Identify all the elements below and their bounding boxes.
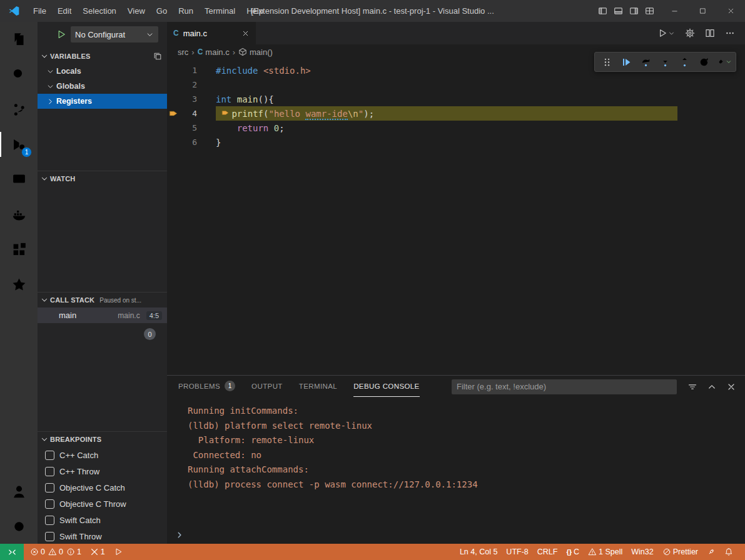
code-line-3[interactable]: 3int main(){ — [167, 92, 745, 106]
status-problems[interactable]: 001 — [26, 544, 86, 560]
breakpoint-checkbox[interactable] — [45, 483, 54, 492]
breakpoint-checkbox[interactable] — [45, 532, 54, 541]
activity-run-and-debug[interactable]: 1 — [0, 127, 38, 162]
drag-handle-button[interactable] — [598, 54, 616, 70]
status-language-mode[interactable]: {}C — [562, 544, 584, 560]
breakpoint-checkbox[interactable] — [45, 451, 54, 460]
activity-search[interactable] — [0, 57, 38, 92]
step-into-button[interactable] — [656, 54, 674, 70]
breakpoint-swift-catch[interactable]: Swift Catch — [38, 512, 167, 528]
layout-grid-button[interactable] — [645, 6, 654, 16]
activity-source-control[interactable] — [0, 92, 38, 127]
status-prettier[interactable]: Prettier — [658, 544, 702, 560]
debug-start-icon[interactable] — [56, 29, 66, 39]
variables-item-locals[interactable]: Locals — [38, 64, 167, 79]
variables-item-globals[interactable]: Globals — [38, 79, 167, 94]
breakpoint-c-catch[interactable]: C++ Catch — [38, 447, 167, 463]
line-gutter[interactable]: 3 — [167, 94, 197, 104]
status-tasks[interactable]: 1 — [86, 544, 109, 560]
breakpoints-header[interactable]: BREAKPOINTS — [38, 432, 167, 447]
split-editor-button[interactable] — [705, 28, 715, 38]
watch-header[interactable]: WATCH — [38, 171, 167, 186]
code-line-5[interactable]: 5 return 0; — [167, 121, 745, 135]
code-line-4[interactable]: 4 printf("hello wamr-ide\n"); — [167, 106, 745, 121]
window-title: [Extension Development Host] main.c - te… — [251, 0, 494, 22]
activity-extensions[interactable] — [0, 232, 38, 267]
status-spell[interactable]: 1 Spell — [584, 544, 627, 560]
status-platform[interactable]: Win32 — [627, 544, 657, 560]
code-area[interactable]: 1#include <stdio.h>23int main(){4 printf… — [167, 59, 745, 149]
breakpoint-checkbox[interactable] — [45, 467, 54, 476]
configure-button[interactable] — [685, 28, 695, 38]
restart-button[interactable] — [695, 54, 713, 70]
status-debug-start[interactable] — [109, 544, 127, 560]
menu-terminal[interactable]: Terminal — [199, 0, 241, 22]
close-panel-icon[interactable] — [726, 382, 736, 392]
panel-tab-debug-console[interactable]: DEBUG CONSOLE — [353, 376, 420, 397]
step-over-button[interactable] — [637, 54, 655, 70]
menu-view[interactable]: View — [122, 0, 151, 22]
tab-main-c[interactable]: C main.c — [167, 22, 256, 44]
status-eol[interactable]: CRLF — [533, 544, 562, 560]
breakpoint-label: C++ Throw — [59, 467, 99, 476]
layout-sidebar-left-button[interactable] — [598, 6, 607, 16]
call-stack-frame[interactable]: main main.c 4:5 — [38, 308, 167, 323]
layout-sidebar-right-button[interactable] — [629, 6, 639, 16]
variables-item-registers[interactable]: Registers — [38, 94, 167, 109]
code-line-2[interactable]: 2 — [167, 78, 745, 92]
activity-wamr-star[interactable] — [0, 267, 38, 302]
activity-accounts[interactable] — [0, 474, 38, 509]
activity-settings[interactable] — [0, 509, 38, 544]
activity-remote-explorer[interactable] — [0, 162, 38, 197]
activity-explorer[interactable] — [0, 22, 38, 57]
menu-edit[interactable]: Edit — [52, 0, 77, 22]
run-menu-button[interactable] — [657, 28, 675, 38]
maximize-button[interactable] — [689, 0, 717, 22]
status-cursor-position[interactable]: Ln 4, Col 5 — [455, 544, 502, 560]
collapse-all-icon[interactable] — [153, 52, 162, 61]
breadcrumb-src[interactable]: src — [178, 48, 188, 57]
breakpoint-swift-throw[interactable]: Swift Throw — [38, 528, 167, 544]
menu-file[interactable]: File — [28, 0, 52, 22]
line-gutter[interactable]: 5 — [167, 123, 197, 132]
line-gutter[interactable]: 2 — [167, 80, 197, 89]
remote-indicator[interactable] — [0, 544, 24, 560]
minimize-button[interactable] — [661, 0, 689, 22]
close-window-button[interactable] — [717, 0, 745, 22]
breadcrumb-main[interactable]: main() — [238, 48, 273, 57]
maximize-panel-icon[interactable] — [707, 382, 717, 392]
variables-header[interactable]: VARIABLES — [38, 49, 167, 64]
more-actions-button[interactable] — [725, 28, 735, 38]
layout-panel-button[interactable] — [614, 6, 623, 16]
line-gutter[interactable]: 1 — [167, 66, 197, 75]
console-filter-input[interactable] — [452, 379, 677, 394]
breakpoint-objective-c-catch[interactable]: Objective C Catch — [38, 479, 167, 496]
disconnect-button[interactable] — [714, 54, 732, 70]
breakpoint-objective-c-throw[interactable]: Objective C Throw — [38, 496, 167, 512]
menu-selection[interactable]: Selection — [77, 0, 121, 22]
debug-config-dropdown[interactable]: No Configurat — [71, 26, 158, 42]
breakpoint-checkbox[interactable] — [45, 516, 54, 525]
status-notifications[interactable] — [720, 544, 737, 560]
status-encoding[interactable]: UTF-8 — [502, 544, 532, 560]
breakpoint-c-throw[interactable]: C++ Throw — [38, 463, 167, 479]
breadcrumb-main-c[interactable]: Cmain.c — [198, 48, 230, 57]
code-line-6[interactable]: 6} — [167, 135, 745, 149]
step-out-button[interactable] — [676, 54, 694, 70]
panel-tab-problems[interactable]: PROBLEMS1 — [178, 376, 235, 397]
menu-go[interactable]: Go — [151, 0, 173, 22]
close-tab-icon[interactable] — [241, 29, 250, 38]
status-extra[interactable] — [702, 544, 720, 560]
current-line-breakpoint-icon[interactable] — [169, 109, 178, 118]
panel-tab-terminal[interactable]: TERMINAL — [299, 376, 337, 397]
activity-docker[interactable] — [0, 197, 38, 232]
console-lines-icon[interactable] — [687, 382, 697, 392]
console-input-chevron-icon[interactable] — [175, 531, 184, 539]
continue-button[interactable] — [617, 54, 636, 70]
call-stack-header[interactable]: CALL STACK Paused on st... — [38, 292, 167, 308]
breakpoint-checkbox[interactable] — [45, 499, 54, 509]
panel-tab-output[interactable]: OUTPUT — [251, 376, 283, 397]
inline-breakpoint-icon[interactable] — [221, 109, 230, 117]
menu-run[interactable]: Run — [173, 0, 199, 22]
line-gutter[interactable]: 6 — [167, 138, 197, 147]
